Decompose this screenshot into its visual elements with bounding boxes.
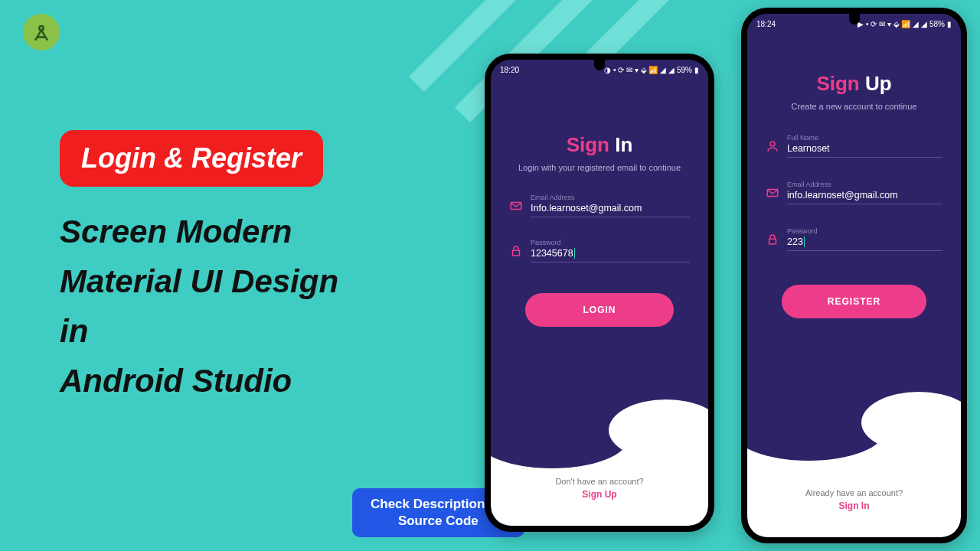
phone-notch	[849, 14, 860, 24]
battery-icon: ▮	[947, 20, 952, 28]
footer-question: Don't have an account?	[491, 477, 708, 486]
subheading: Screen Modern Material UI Design in Andr…	[60, 207, 338, 406]
battery-icon: ▮	[694, 66, 699, 74]
svg-point-3	[770, 142, 775, 146]
svg-rect-2	[513, 250, 520, 256]
footer-wave	[747, 430, 961, 537]
signin-subtitle: Login with your registered email to cont…	[509, 163, 690, 172]
lock-icon	[766, 233, 779, 246]
text-cursor	[804, 236, 805, 247]
user-icon	[766, 139, 779, 153]
fullname-field[interactable]: Full Name Learnoset	[766, 134, 942, 158]
signup-subtitle: Create a new account to continue	[766, 102, 942, 111]
status-icons: ◑ • ⟳ ✉ ▾ ⬙ 📶 ◢ ◢ 59% ▮	[604, 66, 699, 74]
status-time: 18:20	[500, 66, 519, 74]
signup-title: Sign Up	[766, 72, 942, 96]
phone-signup: 18:24 ▶ • ⟳ ✉ ▾ ⬙ 📶 ◢ ◢ 58% ▮ Sign Up Cr…	[741, 8, 967, 543]
signin-link[interactable]: Sign In	[747, 500, 961, 511]
login-button[interactable]: LOGIN	[525, 293, 674, 327]
badge: Login & Register	[60, 130, 323, 187]
lock-icon	[509, 244, 523, 258]
status-icons: ▶ • ⟳ ✉ ▾ ⬙ 📶 ◢ ◢ 58% ▮	[858, 20, 952, 28]
password-field[interactable]: Password 12345678	[509, 239, 690, 262]
android-studio-logo	[23, 14, 60, 51]
footer-question: Already have an account?	[747, 488, 961, 497]
text-cursor	[574, 248, 575, 259]
heading-block: Login & Register Screen Modern Material …	[60, 130, 338, 406]
signup-link[interactable]: Sign Up	[491, 489, 708, 500]
phone-signin: 18:20 ◑ • ⟳ ✉ ▾ ⬙ 📶 ◢ ◢ 59% ▮ Sign In Lo…	[485, 54, 714, 532]
status-time: 18:24	[756, 20, 776, 28]
email-field[interactable]: Email Address Info.learnoset@gmail.com	[509, 194, 690, 217]
phone-notch	[594, 60, 605, 70]
register-button[interactable]: REGISTER	[782, 285, 926, 318]
mail-icon	[766, 186, 779, 200]
password-field[interactable]: Password 223	[766, 227, 942, 251]
mail-icon	[509, 199, 523, 213]
svg-point-0	[39, 26, 43, 30]
signin-title: Sign In	[509, 133, 690, 157]
svg-rect-5	[769, 239, 776, 244]
email-field[interactable]: Email Address info.learnoset@gmail.com	[766, 181, 942, 204]
